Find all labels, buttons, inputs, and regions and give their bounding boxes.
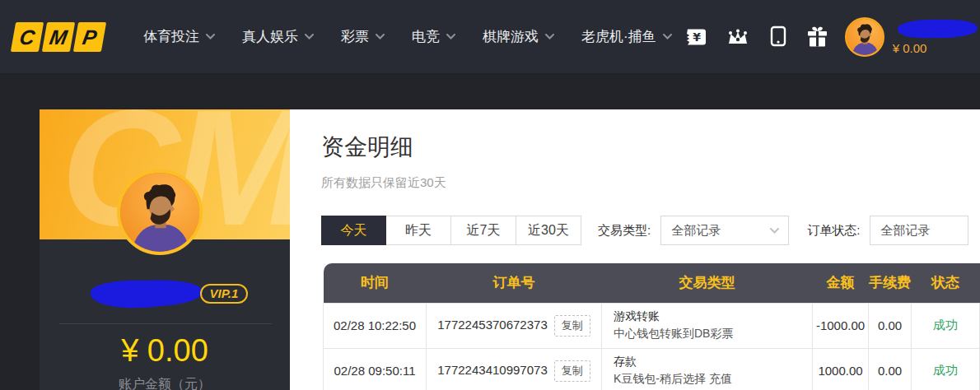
cell-order-no: 1772245370672373复制 (427, 303, 602, 348)
nav-quick-icons: ¥ (684, 26, 828, 48)
chevron-down-icon (206, 34, 215, 39)
order-status-label: 订单状态: (807, 223, 860, 239)
col-header-type: 交易类型 (602, 263, 813, 303)
censored-username-scribble (893, 18, 979, 39)
wallet-balance[interactable]: ¥ 0.00 (893, 41, 927, 55)
cell-status: 成功 (912, 348, 980, 390)
deposit-yuan-icon[interactable]: ¥ (684, 28, 707, 46)
censored-username-scribble (82, 276, 207, 311)
user-avatar[interactable] (845, 17, 884, 57)
chevron-down-icon (663, 34, 672, 39)
nav-item-sports[interactable]: 体育投注 (143, 27, 215, 46)
crown-vip-icon[interactable] (726, 27, 750, 47)
profile-avatar[interactable] (117, 169, 203, 255)
mobile-app-icon[interactable] (769, 26, 787, 48)
cell-type: 存款 K豆钱包-稍后选择 充值 (602, 348, 813, 390)
logo-letter: P (73, 22, 106, 52)
page-subtitle: 所有数据只保留近30天 (321, 175, 446, 191)
cell-status: 成功 (912, 303, 980, 348)
nav-item-lottery[interactable]: 彩票 (341, 27, 385, 46)
col-header-amount: 金额 (813, 263, 869, 303)
col-header-order-no: 订单号 (427, 263, 602, 303)
top-nav: C M P 体育投注 真人娱乐 彩票 电竞 棋牌游戏 老虎机·捕鱼 (0, 0, 980, 74)
table-row: 02/28 09:50:11 1772243410997073复制 存款 K豆钱… (324, 348, 980, 390)
transaction-type-detail: 中心钱包转账到DB彩票 (614, 327, 812, 341)
order-number: 1772243410997073 (437, 362, 547, 376)
vip-level-badge: VIP.1 (200, 284, 249, 304)
order-status-value: 全部记录 (880, 223, 930, 239)
cell-time: 02/28 09:50:11 (324, 348, 427, 390)
tab-last-30-days[interactable]: 近30天 (516, 216, 581, 245)
table-row: 02/28 10:22:50 1772245370672373复制 游戏转账 中… (324, 303, 980, 348)
brand-logo[interactable]: C M P (13, 22, 104, 52)
cell-order-no: 1772243410997073复制 (427, 348, 602, 390)
main-menu: 体育投注 真人娱乐 彩票 电竞 棋牌游戏 老虎机·捕鱼 (143, 27, 672, 46)
account-balance-caption: 账户金额（元） (40, 376, 290, 390)
cell-type: 游戏转账 中心钱包转账到DB彩票 (602, 303, 813, 348)
cell-amount: 1000.00 (813, 348, 869, 390)
cell-amount: -1000.00 (813, 303, 869, 348)
nav-item-board-games[interactable]: 棋牌游戏 (483, 27, 554, 46)
transaction-type: 游戏转账 (614, 309, 812, 324)
account-balance: ¥ 0.00 (40, 333, 290, 369)
table-header-row: 时间 订单号 交易类型 金额 手续费 状态 (324, 263, 980, 303)
gift-promo-icon[interactable] (806, 26, 828, 48)
transaction-type-select[interactable]: 全部记录 (660, 216, 789, 245)
cell-fee: 0.00 (869, 348, 912, 390)
chevron-down-icon (446, 34, 455, 39)
order-status-select[interactable]: 全部记录 (870, 216, 968, 245)
page-title: 资金明细 (321, 132, 413, 163)
col-header-fee: 手续费 (869, 263, 912, 303)
transactions-table: 时间 订单号 交易类型 金额 手续费 状态 02/28 10:22:50 177… (323, 263, 980, 390)
chevron-down-icon (305, 34, 314, 39)
logo-letter: C (11, 22, 44, 52)
filter-bar: 今天 昨天 近7天 近30天 交易类型: 全部记录 订单状态: 全部记录 (321, 216, 968, 245)
profile-card: CMP VIP.1 ¥ 0.00 账户金额（元） (40, 109, 290, 390)
copy-button[interactable]: 复制 (554, 360, 590, 382)
transaction-type-detail: K豆钱包-稍后选择 充值 (614, 372, 812, 387)
cell-fee: 0.00 (869, 303, 912, 348)
copy-button[interactable]: 复制 (554, 315, 590, 337)
username-row: VIP.1 (40, 276, 290, 311)
nav-user-area: ¥ 0.00 (845, 17, 979, 57)
transaction-type: 存款 (614, 355, 812, 369)
nav-item-slots-fishing[interactable]: 老虎机·捕鱼 (581, 27, 672, 46)
tab-yesterday[interactable]: 昨天 (386, 216, 451, 245)
chevron-down-icon (376, 34, 385, 39)
chevron-down-icon (770, 228, 779, 234)
svg-text:¥: ¥ (693, 30, 701, 44)
tab-today[interactable]: 今天 (321, 216, 386, 245)
transaction-type-value: 全部记录 (671, 223, 721, 239)
tab-last-7-days[interactable]: 近7天 (451, 216, 516, 245)
fund-details-panel: 资金明细 所有数据只保留近30天 今天 昨天 近7天 近30天 交易类型: 全部… (290, 109, 980, 390)
cell-time: 02/28 10:22:50 (324, 303, 427, 348)
nav-item-esports[interactable]: 电竞 (412, 27, 455, 46)
logo-letter: M (42, 22, 75, 52)
col-header-time: 时间 (324, 263, 427, 303)
order-number: 1772245370672373 (437, 317, 547, 331)
nav-item-live-casino[interactable]: 真人娱乐 (242, 27, 314, 46)
transaction-type-label: 交易类型: (598, 223, 651, 239)
sidebar-divider (59, 323, 272, 324)
col-header-status: 状态 (912, 263, 980, 303)
chevron-down-icon (545, 34, 554, 39)
